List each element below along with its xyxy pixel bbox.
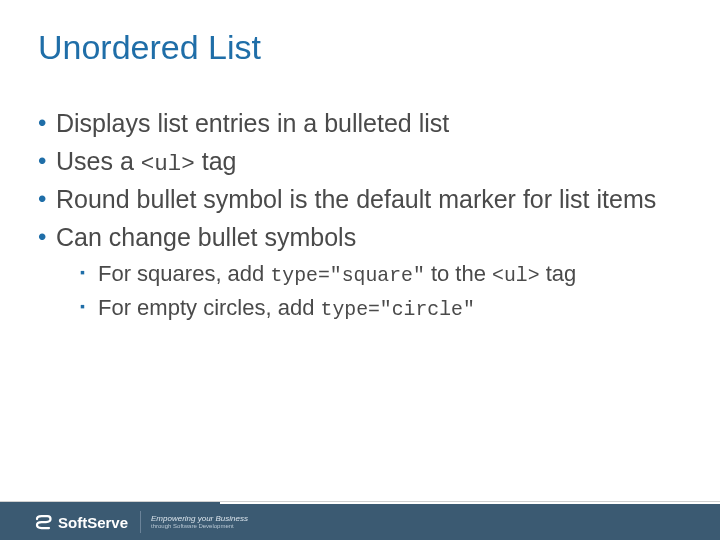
- list-item: Displays list entries in a bulleted list: [38, 107, 682, 141]
- code-text: type="circle": [321, 299, 475, 321]
- slide-content: Displays list entries in a bulleted list…: [38, 107, 682, 324]
- brand-logo: SoftServe: [34, 513, 128, 531]
- list-item: Round bullet symbol is the default marke…: [38, 183, 682, 217]
- list-item: Uses a <ul> tag: [38, 145, 682, 179]
- list-item-text: Round bullet symbol is the default marke…: [56, 185, 656, 213]
- brand-name: SoftServe: [58, 514, 128, 531]
- list-item: For squares, add type="square" to the <u…: [80, 259, 682, 290]
- footer-divider: [140, 511, 141, 533]
- list-item: Can change bullet symbols For squares, a…: [38, 221, 682, 324]
- list-item-text: Uses a: [56, 147, 141, 175]
- slide: Unordered List Displays list entries in …: [0, 0, 720, 540]
- list-item-text: Displays list entries in a bulleted list: [56, 109, 449, 137]
- code-text: type="square": [270, 265, 424, 287]
- brand-tagline: Empowering your Business through Softwar…: [151, 515, 248, 530]
- code-text: <ul>: [492, 265, 539, 287]
- footer: SoftServe Empowering your Business throu…: [0, 504, 720, 540]
- list-item-text: to the: [425, 261, 492, 286]
- list-item-text: tag: [540, 261, 577, 286]
- tagline-line2: through Software Development: [151, 523, 248, 529]
- list-item-text: For empty circles, add: [98, 295, 321, 320]
- softserve-icon: [34, 513, 52, 531]
- slide-title: Unordered List: [38, 28, 682, 67]
- list-item: For empty circles, add type="circle": [80, 293, 682, 324]
- list-item-text: For squares, add: [98, 261, 270, 286]
- list-item-text: Can change bullet symbols: [56, 223, 356, 251]
- main-list: Displays list entries in a bulleted list…: [38, 107, 682, 324]
- sub-list: For squares, add type="square" to the <u…: [56, 259, 682, 324]
- code-text: <ul>: [141, 151, 195, 177]
- tagline-line1: Empowering your Business: [151, 515, 248, 523]
- list-item-text: tag: [195, 147, 237, 175]
